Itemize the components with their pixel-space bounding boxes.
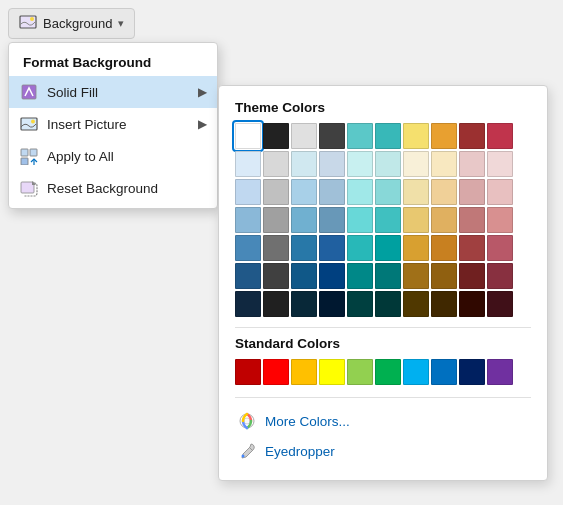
svg-point-4 [31, 120, 35, 124]
menu-item-solid-fill[interactable]: Solid Fill ▶ [9, 76, 217, 108]
theme-color-cell[interactable] [487, 263, 513, 289]
theme-color-cell[interactable] [459, 291, 485, 317]
theme-color-cell[interactable] [263, 263, 289, 289]
theme-color-cell[interactable] [319, 263, 345, 289]
theme-color-cell[interactable] [319, 207, 345, 233]
theme-color-cell[interactable] [263, 123, 289, 149]
divider-standard [235, 327, 531, 328]
theme-color-cell[interactable] [235, 235, 261, 261]
standard-color-cell[interactable] [375, 359, 401, 385]
theme-color-cell[interactable] [375, 123, 401, 149]
theme-color-cell[interactable] [235, 207, 261, 233]
theme-color-cell[interactable] [431, 179, 457, 205]
theme-color-cell[interactable] [347, 207, 373, 233]
background-icon [19, 13, 37, 34]
theme-color-cell[interactable] [263, 291, 289, 317]
theme-color-cell[interactable] [375, 235, 401, 261]
theme-color-cell[interactable] [347, 291, 373, 317]
theme-color-cell[interactable] [375, 291, 401, 317]
theme-color-cell[interactable] [487, 207, 513, 233]
theme-color-cell[interactable] [291, 179, 317, 205]
standard-color-cell[interactable] [347, 359, 373, 385]
menu-item-reset-background[interactable]: Reset Background [9, 172, 217, 204]
standard-color-cell[interactable] [431, 359, 457, 385]
standard-color-cell[interactable] [235, 359, 261, 385]
standard-colors-grid [235, 359, 531, 385]
theme-color-cell[interactable] [291, 123, 317, 149]
theme-color-cell[interactable] [431, 291, 457, 317]
theme-color-cell[interactable] [487, 151, 513, 177]
theme-color-cell[interactable] [431, 123, 457, 149]
theme-color-cell[interactable] [263, 179, 289, 205]
theme-color-cell[interactable] [235, 263, 261, 289]
theme-color-cell[interactable] [263, 151, 289, 177]
theme-color-cell[interactable] [347, 151, 373, 177]
theme-color-cell[interactable] [459, 263, 485, 289]
theme-color-cell[interactable] [235, 151, 261, 177]
theme-color-cell[interactable] [459, 235, 485, 261]
theme-color-cell[interactable] [319, 151, 345, 177]
standard-color-cell[interactable] [319, 359, 345, 385]
apply-to-all-icon [19, 146, 39, 166]
more-colors-action[interactable]: More Colors... [235, 406, 531, 436]
theme-color-cell[interactable] [487, 235, 513, 261]
theme-color-cell[interactable] [319, 291, 345, 317]
theme-color-cell[interactable] [263, 235, 289, 261]
standard-color-cell[interactable] [459, 359, 485, 385]
svg-rect-3 [21, 118, 37, 130]
theme-color-cell[interactable] [403, 151, 429, 177]
standard-color-cell[interactable] [487, 359, 513, 385]
theme-color-cell[interactable] [403, 207, 429, 233]
theme-color-cell[interactable] [291, 235, 317, 261]
theme-color-cell[interactable] [347, 263, 373, 289]
theme-color-cell[interactable] [487, 123, 513, 149]
solid-fill-label: Solid Fill [47, 85, 98, 100]
eyedropper-action[interactable]: Eyedropper [235, 436, 531, 466]
toolbar-chevron: ▾ [118, 17, 124, 30]
theme-color-cell[interactable] [347, 235, 373, 261]
theme-color-cell[interactable] [487, 291, 513, 317]
theme-color-cell[interactable] [459, 207, 485, 233]
theme-color-cell[interactable] [291, 151, 317, 177]
theme-color-cell[interactable] [487, 179, 513, 205]
theme-color-cell[interactable] [319, 235, 345, 261]
theme-color-cell[interactable] [291, 207, 317, 233]
theme-color-cell[interactable] [459, 123, 485, 149]
theme-color-cell[interactable] [319, 123, 345, 149]
theme-color-cell[interactable] [235, 291, 261, 317]
theme-color-cell[interactable] [403, 263, 429, 289]
theme-color-cell[interactable] [431, 207, 457, 233]
theme-color-cell[interactable] [235, 123, 261, 149]
standard-color-cell[interactable] [291, 359, 317, 385]
theme-color-cell[interactable] [235, 179, 261, 205]
theme-color-cell[interactable] [403, 179, 429, 205]
standard-color-cell[interactable] [263, 359, 289, 385]
svg-rect-6 [30, 149, 37, 156]
theme-color-cell[interactable] [347, 123, 373, 149]
theme-color-cell[interactable] [403, 235, 429, 261]
theme-colors-title: Theme Colors [235, 100, 531, 115]
theme-color-cell[interactable] [459, 151, 485, 177]
theme-color-cell[interactable] [263, 207, 289, 233]
theme-color-cell[interactable] [431, 235, 457, 261]
theme-color-cell[interactable] [403, 291, 429, 317]
svg-point-11 [244, 418, 250, 424]
theme-color-cell[interactable] [291, 291, 317, 317]
standard-color-cell[interactable] [403, 359, 429, 385]
theme-color-cell[interactable] [375, 263, 401, 289]
theme-color-cell[interactable] [319, 179, 345, 205]
theme-color-cell[interactable] [403, 123, 429, 149]
background-toolbar-button[interactable]: Background ▾ [8, 8, 135, 39]
menu-item-insert-picture[interactable]: Insert Picture ▶ [9, 108, 217, 140]
theme-color-cell[interactable] [375, 151, 401, 177]
menu-item-apply-to-all[interactable]: Apply to All [9, 140, 217, 172]
divider-actions [235, 397, 531, 398]
theme-color-cell[interactable] [459, 179, 485, 205]
theme-color-cell[interactable] [375, 179, 401, 205]
theme-color-cell[interactable] [291, 263, 317, 289]
theme-color-cell[interactable] [347, 179, 373, 205]
theme-color-cell[interactable] [375, 207, 401, 233]
theme-color-cell[interactable] [431, 151, 457, 177]
format-background-menu: Format Background Solid Fill ▶ Insert Pi… [8, 42, 218, 209]
theme-color-cell[interactable] [431, 263, 457, 289]
